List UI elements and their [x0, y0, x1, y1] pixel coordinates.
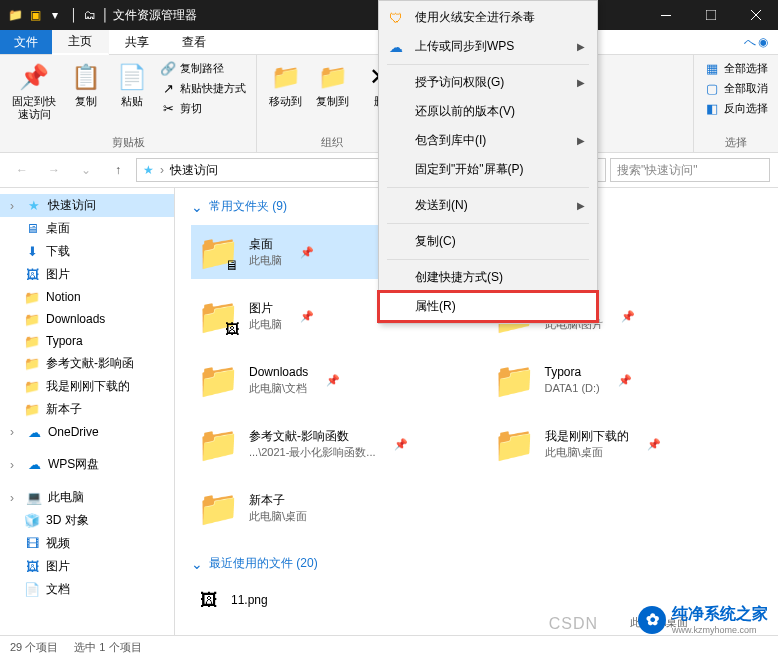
download-icon: ⬇ — [24, 244, 40, 260]
invert-selection-button[interactable]: ◧反向选择 — [702, 99, 770, 117]
folder-icon: 📁 — [493, 423, 535, 465]
select-none-icon: ▢ — [704, 80, 720, 96]
menu-item-上传或同步到WPS[interactable]: ☁上传或同步到WPS▶ — [379, 32, 597, 61]
shield-icon: 🛡 — [387, 9, 405, 27]
menu-item-授予访问权限(G)[interactable]: 授予访问权限(G)▶ — [379, 68, 597, 97]
folder-icon: 📁 — [24, 311, 40, 327]
sidebar-item-OneDrive[interactable]: ›☁OneDrive — [0, 421, 174, 443]
qat-icon-2[interactable]: ▾ — [46, 6, 64, 24]
desktop-icon: 🖥 — [24, 221, 40, 237]
select-none-button[interactable]: ▢全部取消 — [702, 79, 770, 97]
menu-item-属性(R)[interactable]: 属性(R) — [379, 292, 597, 321]
folder-tile[interactable]: 📁参考文献-影响函数...\2021-最小化影响函数...📌 — [191, 417, 467, 471]
sidebar-item-Notion[interactable]: 📁Notion — [0, 286, 174, 308]
star-icon: ★ — [26, 198, 42, 214]
svg-rect-1 — [706, 10, 716, 20]
copy-button[interactable]: 📋 复制 — [66, 59, 106, 110]
nav-recent-button[interactable]: ⌄ — [72, 157, 100, 183]
folder-tile[interactable]: 📁TyporaDATA1 (D:)📌 — [487, 353, 763, 407]
sidebar-item-桌面[interactable]: 🖥桌面 — [0, 217, 174, 240]
tab-home[interactable]: 主页 — [52, 30, 109, 55]
csdn-watermark: CSDN — [549, 615, 598, 633]
tab-view[interactable]: 查看 — [166, 30, 223, 54]
sidebar-item-label: 此电脑 — [48, 489, 84, 506]
select-all-icon: ▦ — [704, 60, 720, 76]
pin-to-quick-access-button[interactable]: 📌 固定到快 速访问 — [8, 59, 60, 123]
copy-path-button[interactable]: 🔗复制路径 — [158, 59, 248, 77]
sidebar-item-视频[interactable]: 🎞视频 — [0, 532, 174, 555]
menu-item-包含到库中(I)[interactable]: 包含到库中(I)▶ — [379, 126, 597, 155]
sidebar-item-WPS网盘[interactable]: ›☁WPS网盘 — [0, 453, 174, 476]
tile-name: Downloads — [249, 364, 308, 381]
recent-files-header[interactable]: 最近使用的文件 (20) — [191, 555, 762, 572]
sidebar-item-文档[interactable]: 📄文档 — [0, 578, 174, 601]
sidebar-item-label: 下载 — [46, 243, 70, 260]
menu-item-创建快捷方式(S)[interactable]: 创建快捷方式(S) — [379, 263, 597, 292]
menu-item-复制(C)[interactable]: 复制(C) — [379, 227, 597, 256]
tile-sub: 此电脑 — [249, 317, 282, 332]
folder-tile[interactable]: 📁Downloads此电脑\文档📌 — [191, 353, 467, 407]
move-icon: 📁 — [270, 61, 302, 93]
sidebar-item-下载[interactable]: ⬇下载 — [0, 240, 174, 263]
breadcrumb[interactable]: 快速访问 — [170, 162, 218, 179]
sidebar-item-图片[interactable]: 🖼图片 — [0, 555, 174, 578]
pin-icon: 📌 — [618, 374, 632, 387]
menu-item-固定到"开始"屏幕(P)[interactable]: 固定到"开始"屏幕(P) — [379, 155, 597, 184]
chevron-right-icon: ▶ — [577, 77, 585, 88]
maximize-button[interactable] — [688, 0, 733, 30]
folder-icon: 📁 — [197, 487, 239, 529]
nav-forward-button[interactable]: → — [40, 157, 68, 183]
tile-name: 桌面 — [249, 236, 282, 253]
search-input[interactable]: 搜索"快速访问" — [610, 158, 770, 182]
folder-icon: 📁 — [24, 379, 40, 395]
folder-icon: 📁 — [197, 359, 239, 401]
nav-up-button[interactable]: ↑ — [104, 157, 132, 183]
sidebar-item-Typora[interactable]: 📁Typora — [0, 330, 174, 352]
sidebar-item-参考文献-影响函[interactable]: 📁参考文献-影响函 — [0, 352, 174, 375]
sidebar-item-此电脑[interactable]: ›💻此电脑 — [0, 486, 174, 509]
tile-sub: 此电脑 — [249, 253, 282, 268]
sidebar-item-label: 图片 — [46, 558, 70, 575]
minimize-button[interactable] — [643, 0, 688, 30]
sidebar-item-我是刚刚下载的[interactable]: 📁我是刚刚下载的 — [0, 375, 174, 398]
sidebar-item-Downloads[interactable]: 📁Downloads — [0, 308, 174, 330]
folder-icon: 📁 — [493, 359, 535, 401]
move-to-button[interactable]: 📁 移动到 — [265, 59, 306, 110]
wps-icon: ☁ — [26, 457, 42, 473]
sidebar-item-label: OneDrive — [48, 425, 99, 439]
tile-name: 图片 — [249, 300, 282, 317]
pictures-icon: 🖼 — [24, 267, 40, 283]
sidebar-item-快速访问[interactable]: ›★快速访问 — [0, 194, 174, 217]
status-bar: 29 个项目 选中 1 个项目 — [0, 635, 778, 659]
tab-share[interactable]: 共享 — [109, 30, 166, 54]
paste-button[interactable]: 📄 粘贴 — [112, 59, 152, 110]
sidebar-item-图片[interactable]: 🖼图片 — [0, 263, 174, 286]
breadcrumb-chevron[interactable]: › — [160, 163, 164, 177]
nav-back-button[interactable]: ← — [8, 157, 36, 183]
sidebar-item-3D 对象[interactable]: 🧊3D 对象 — [0, 509, 174, 532]
folder-tile[interactable]: 📁我是刚刚下载的此电脑\桌面📌 — [487, 417, 763, 471]
qat-icon-1[interactable]: ▣ — [26, 6, 44, 24]
svg-rect-0 — [661, 15, 671, 16]
chevron-right-icon: ▶ — [577, 135, 585, 146]
ribbon-help[interactable]: へ ◉ — [734, 30, 778, 54]
menu-item-发送到(N)[interactable]: 发送到(N)▶ — [379, 191, 597, 220]
context-menu: 🛡使用火绒安全进行杀毒☁上传或同步到WPS▶授予访问权限(G)▶还原以前的版本(… — [378, 0, 598, 324]
folder-tile[interactable]: 📁新本子此电脑\桌面 — [191, 481, 467, 535]
menu-item-使用火绒安全进行杀毒[interactable]: 🛡使用火绒安全进行杀毒 — [379, 3, 597, 32]
paste-shortcut-button[interactable]: ↗粘贴快捷方式 — [158, 79, 248, 97]
menu-item-label: 上传或同步到WPS — [415, 38, 514, 55]
cut-button[interactable]: ✂剪切 — [158, 99, 248, 117]
sidebar-item-新本子[interactable]: 📁新本子 — [0, 398, 174, 421]
tab-file[interactable]: 文件 — [0, 30, 52, 54]
close-button[interactable] — [733, 0, 778, 30]
pictures-icon: 🖼 — [24, 559, 40, 575]
tile-name: Typora — [545, 364, 600, 381]
select-all-button[interactable]: ▦全部选择 — [702, 59, 770, 77]
pin-icon: 📌 — [326, 374, 340, 387]
cloud-icon: ☁ — [387, 38, 405, 56]
copy-icon: 📋 — [70, 61, 102, 93]
copy-to-button[interactable]: 📁 复制到 — [312, 59, 353, 110]
menu-item-还原以前的版本(V)[interactable]: 还原以前的版本(V) — [379, 97, 597, 126]
folder-icon: 📁🖼 — [197, 295, 239, 337]
